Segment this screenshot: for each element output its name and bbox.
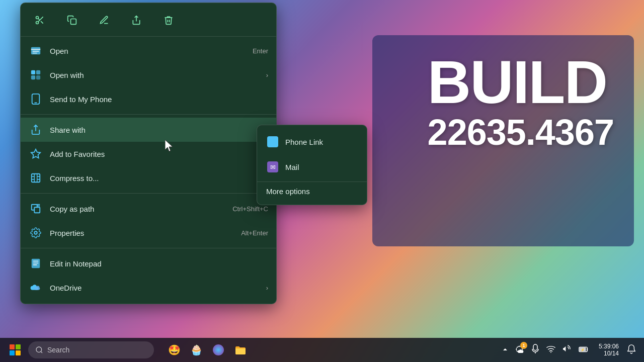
build-number: 22635.4367 [428,114,614,152]
svg-text:⚡: ⚡ [581,348,585,352]
taskbar-app-explorer[interactable] [230,340,251,360]
submenu-item-phone-link[interactable]: Phone Link [257,129,367,154]
chevron-up-icon [502,346,508,352]
toolbar-cut-button[interactable] [31,11,49,29]
svg-rect-7 [36,70,40,74]
add-favorites-icon [29,147,43,161]
open-label: Open [50,47,246,55]
toolbar-rename-button[interactable] [95,11,113,29]
tray-chevron[interactable] [500,343,510,356]
svg-point-18 [34,231,37,234]
bell-icon [627,344,636,354]
onedrive-label: OneDrive [50,284,259,292]
mail-icon: ✉ [266,160,279,173]
build-title: BUILD [428,50,614,114]
notification-bell[interactable] [625,342,638,358]
clock-date: 10/14 [604,350,619,357]
onedrive-icon [29,281,43,295]
menu-item-share-with[interactable]: Share with › [21,118,276,142]
windows-logo [10,344,21,355]
desktop: BUILD 22635.4367 [0,0,644,362]
start-button[interactable] [6,341,24,359]
edit-notepad-icon [29,256,43,270]
share-with-icon [29,123,43,137]
svg-rect-6 [31,70,35,74]
open-with-arrow: › [266,71,268,79]
share-with-submenu: Phone Link ✉ Mail More options [257,125,367,205]
clock-time: 5:39:06 [599,343,619,350]
wifi-icon [546,345,555,353]
compress-icon [29,171,43,185]
volume-icon [562,345,572,353]
svg-point-23 [550,352,551,353]
menu-item-onedrive[interactable]: OneDrive › [21,276,276,300]
menu-item-open-with[interactable]: Open with › [21,63,276,87]
onedrive-arrow: › [266,284,268,292]
search-icon [35,346,43,354]
microphone-icon [531,344,539,354]
send-to-phone-icon [29,92,43,106]
volume-button[interactable] [560,343,574,357]
taskbar-app-emoji1[interactable]: 🤩 [164,340,184,360]
taskbar: Search 🤩 🧁 [0,338,644,362]
copy-path-label: Copy as path [50,205,225,213]
svg-rect-22 [533,344,537,350]
svg-rect-19 [32,259,40,268]
svg-point-21 [213,344,224,355]
svg-point-20 [36,347,42,352]
weather-notification[interactable]: 🌤 1 [513,343,526,357]
svg-rect-2 [71,19,76,25]
explorer-icon [234,344,247,355]
context-menu: Open Enter Open with › [20,3,277,304]
svg-rect-5 [33,53,37,54]
submenu-item-mail[interactable]: ✉ Mail [257,154,367,179]
svg-rect-15 [34,207,40,213]
phone-link-label: Phone Link [285,138,323,146]
svg-point-0 [36,17,39,19]
wifi-button[interactable] [544,343,557,357]
toolbar-delete-button[interactable] [159,11,178,29]
copilot-icon [212,344,224,356]
battery-icon: ⚡ [579,345,589,353]
svg-rect-13 [32,174,40,183]
menu-item-copy-path[interactable]: Copy as path Ctrl+Shift+C [21,197,276,221]
search-label: Search [47,346,69,354]
clock-display[interactable]: 5:39:06 10/14 [596,342,622,358]
taskbar-search[interactable]: Search [28,341,154,358]
properties-icon [29,226,43,240]
open-shortcut: Enter [253,47,268,55]
taskbar-app-copilot[interactable] [208,340,228,360]
properties-shortcut: Alt+Enter [241,229,268,237]
copy-path-shortcut: Ctrl+Shift+C [232,205,268,213]
svg-rect-11 [34,102,37,103]
open-icon [29,44,43,58]
taskbar-apps: 🤩 🧁 [164,340,251,360]
phone-link-icon [266,135,279,148]
menu-item-send-to-phone[interactable]: Send to My Phone [21,87,276,111]
notification-badge: 1 [520,342,527,349]
open-with-label: Open with [50,71,259,79]
compress-label: Compress to... [50,174,259,183]
svg-point-1 [36,22,39,24]
send-to-phone-label: Send to My Phone [50,95,268,104]
add-favorites-label: Add to Favorites [50,150,268,158]
share-with-label: Share with [50,126,259,134]
more-options-label: More options [266,187,310,196]
toolbar-copy-button[interactable] [63,11,81,29]
mail-label: Mail [285,163,299,171]
taskbar-right: 🌤 1 [500,342,638,358]
menu-item-compress[interactable]: Compress to... › [21,166,276,190]
context-menu-toolbar [21,7,276,37]
svg-rect-9 [36,75,40,79]
mic-button[interactable] [529,342,541,358]
submenu-more-options[interactable]: More options [257,182,367,201]
menu-item-properties[interactable]: Properties Alt+Enter [21,221,276,245]
battery-button[interactable]: ⚡ [577,343,591,357]
copy-path-icon [29,202,43,216]
toolbar-share-button[interactable] [127,11,145,29]
menu-item-open[interactable]: Open Enter [21,39,276,63]
taskbar-app-emoji2[interactable]: 🧁 [186,340,206,360]
menu-item-edit-notepad[interactable]: Edit in Notepad [21,251,276,276]
menu-item-add-favorites[interactable]: Add to Favorites [21,142,276,166]
svg-rect-8 [31,75,35,79]
